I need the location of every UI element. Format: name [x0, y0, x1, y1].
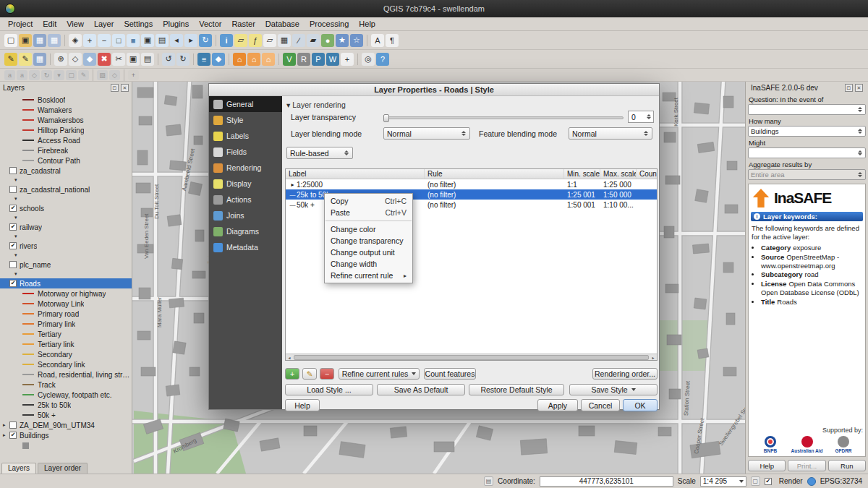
add-raster-layer-icon[interactable]: R	[297, 53, 310, 66]
exposure-combo[interactable]: Buildings	[748, 126, 866, 137]
rendering-order-button[interactable]: Rendering order...	[592, 368, 658, 380]
context-menu-item[interactable]: Change output unit	[325, 247, 412, 258]
rule-row[interactable]: ▸1:25000 (no filter) 1:1 1:25 000	[286, 179, 657, 189]
layer-item[interactable]: Hilltop Parking	[0, 125, 132, 135]
dialog-sidebar-item[interactable]: General	[209, 96, 282, 112]
move-label-icon[interactable]: ◇	[29, 70, 40, 80]
dialog-sidebar-item[interactable]: Rendering	[209, 160, 282, 176]
zoom-in-icon[interactable]: +	[83, 34, 96, 47]
layer-item[interactable]: 25k to 50k	[0, 400, 132, 410]
diagram-icon[interactable]: ▧	[97, 70, 108, 80]
log-messages-icon[interactable]: ▤	[484, 476, 493, 486]
layer-item[interactable]: ✔ schools	[0, 203, 132, 213]
label-icon[interactable]: a	[4, 70, 15, 80]
expander-icon[interactable]: ▾	[14, 234, 21, 239]
delete-selected-icon[interactable]: ✖	[98, 53, 111, 66]
context-menu-item[interactable]: Copy Ctrl+C	[325, 195, 412, 207]
layer-item[interactable]: ▾	[0, 194, 132, 203]
layer-item[interactable]: ▸ ZA_DEM_90m_UTM34	[0, 420, 132, 430]
layer-item[interactable]: plc_name	[0, 260, 132, 270]
layer-checkbox[interactable]	[9, 186, 17, 193]
layer-item[interactable]: ▾	[0, 213, 132, 222]
layer-item[interactable]: Boskloof	[0, 95, 132, 105]
layer-item[interactable]: Wamakers	[0, 105, 132, 115]
layer-item[interactable]: Motorway or highway	[0, 288, 132, 299]
menu-item[interactable]: Help	[354, 20, 380, 28]
dialog-sidebar-item[interactable]: Display	[209, 176, 282, 192]
slider-handle[interactable]	[383, 114, 389, 122]
layer-item[interactable]: Secondary	[0, 349, 132, 359]
help-contents-icon[interactable]: ?	[376, 53, 389, 66]
transparency-slider[interactable]	[383, 116, 624, 119]
feature-blend-combo[interactable]: Normal	[569, 127, 652, 140]
layer-item[interactable]: Tertiary link	[0, 339, 132, 349]
python-console-icon[interactable]: ≡	[197, 53, 210, 66]
cancel-button[interactable]: Cancel	[581, 399, 620, 411]
crs-status-icon[interactable]	[807, 477, 816, 486]
dialog-sidebar-item[interactable]: Metadata	[209, 239, 282, 255]
dialog-help-button[interactable]: Help	[285, 399, 320, 411]
stop-render-icon[interactable]: ▢	[751, 476, 760, 486]
expander-icon[interactable]: ▸	[3, 422, 9, 428]
column-header[interactable]: Rule	[425, 169, 564, 179]
copy-features-icon[interactable]: ▣	[127, 53, 140, 66]
layer-item[interactable]: ✔ Roads	[0, 278, 132, 288]
context-menu-item[interactable]: Change transparency	[325, 235, 412, 247]
layer-checkbox[interactable]: ✔	[9, 223, 17, 231]
add-postgis-layer-icon[interactable]: P	[312, 53, 325, 66]
inasafe-keywords-icon[interactable]: ⌂	[247, 53, 260, 66]
refine-rules-button[interactable]: Refine current rules	[339, 368, 420, 380]
annotation-icon[interactable]: ¶	[386, 34, 399, 47]
osm-place-search-icon[interactable]: ◎	[362, 53, 375, 66]
float-panel-icon[interactable]: ⊡	[111, 84, 119, 92]
menu-item[interactable]: Settings	[119, 20, 158, 28]
add-feature-icon[interactable]: ⊕	[54, 53, 67, 66]
save-style-button[interactable]: Save Style	[569, 384, 658, 395]
inasafe-run-button[interactable]: Run	[828, 460, 866, 471]
attribute-table-icon[interactable]: ▦	[278, 34, 291, 47]
dialog-sidebar-item[interactable]: Diagrams	[209, 223, 282, 239]
context-menu-item[interactable]: Paste Ctrl+V	[325, 207, 412, 218]
menu-item[interactable]: Processing	[305, 20, 354, 28]
layer-item[interactable]	[0, 440, 132, 450]
menu-item[interactable]: Raster	[226, 20, 260, 28]
remove-rule-button[interactable]: −	[320, 368, 334, 380]
spinbox-arrows-icon[interactable]	[645, 114, 652, 121]
zoom-to-selection-icon[interactable]: ▣	[141, 34, 154, 47]
renderer-combo[interactable]: Rule-based	[286, 147, 353, 159]
expander-icon[interactable]: ▸	[3, 432, 9, 438]
layer-item[interactable]: ▸ ✔ Buildings	[0, 430, 132, 440]
inasafe-dock-icon[interactable]: ⌂	[233, 53, 246, 66]
measure-area-icon[interactable]: ▰	[307, 34, 320, 47]
dialog-sidebar-item[interactable]: Joins	[209, 207, 282, 223]
pin-label-icon[interactable]: ▾	[54, 70, 64, 80]
crs-label[interactable]: EPSG:32734	[820, 477, 862, 485]
layer-item[interactable]: 50k +	[0, 410, 132, 420]
layer-item[interactable]: Contour Path	[0, 155, 132, 166]
layer-item[interactable]: Road, residential, living street, ...	[0, 369, 132, 380]
rotate-label-icon[interactable]: ↻	[41, 70, 52, 80]
layer-checkbox[interactable]	[9, 167, 17, 174]
zoom-last-icon[interactable]: ◂	[170, 34, 183, 47]
node-tool-icon[interactable]: ◆	[83, 53, 96, 66]
layer-checkbox[interactable]: ✔	[9, 205, 17, 212]
scroll-left-icon[interactable]: ◂	[286, 355, 293, 360]
save-project-as-icon[interactable]: ▦	[48, 34, 61, 47]
add-vector-layer-icon[interactable]: V	[283, 53, 296, 66]
impact-function-combo[interactable]	[748, 147, 866, 158]
layer-item[interactable]: Firebreak	[0, 145, 132, 155]
zoom-out-icon[interactable]: −	[98, 34, 111, 47]
scale-combo[interactable]: 1:4 295	[700, 476, 746, 487]
layer-item[interactable]: Cycleway, footpath etc.	[0, 390, 132, 400]
apply-button[interactable]: Apply	[537, 399, 578, 411]
render-checkbox[interactable]: ✔	[765, 478, 772, 485]
column-header[interactable]: Min. scale	[564, 169, 600, 179]
horizontal-scrollbar[interactable]: ◂ ▸	[286, 354, 657, 360]
menu-item[interactable]: Edit	[38, 20, 61, 28]
change-label-icon[interactable]: ✎	[78, 70, 89, 80]
redo-icon[interactable]: ↻	[176, 53, 190, 66]
measure-line-icon[interactable]: ∕	[292, 34, 305, 47]
layer-item[interactable]: ▾	[0, 232, 132, 241]
plugin-manager-icon[interactable]: ◆	[212, 53, 225, 66]
menu-item[interactable]: Project	[3, 20, 38, 28]
